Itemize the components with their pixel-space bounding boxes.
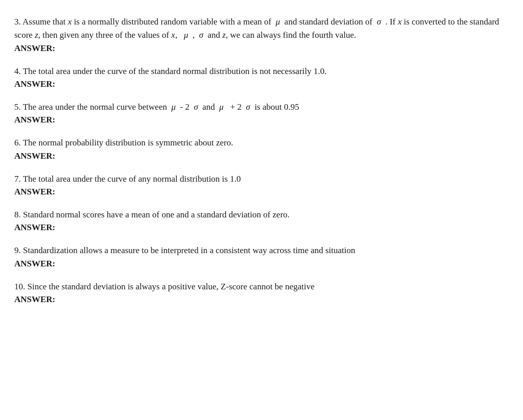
questions-container: 3. Assume that x is a normally distribut… <box>14 15 509 305</box>
question-10-answer: ANSWER: <box>14 294 509 305</box>
question-5-text: 5. The area under the normal curve betwe… <box>14 101 509 114</box>
question-6-text: 6. The normal probability distribution i… <box>14 136 509 150</box>
question-10: 10. Since the standard deviation is alwa… <box>14 280 509 305</box>
question-8: 8. Standard normal scores have a mean of… <box>14 208 509 233</box>
question-10-number: 10. <box>14 282 25 291</box>
question-7-answer: ANSWER: <box>14 187 509 197</box>
question-4-text: 4. The total area under the curve of the… <box>14 65 509 78</box>
question-8-answer: ANSWER: <box>14 223 509 233</box>
question-3: 3. Assume that x is a normally distribut… <box>14 15 509 54</box>
question-4-number: 4. <box>14 66 21 76</box>
question-9-answer: ANSWER: <box>14 259 509 269</box>
question-7-text: 7. The total area under the curve of any… <box>14 172 509 186</box>
question-8-number: 8. <box>14 210 21 219</box>
question-6: 6. The normal probability distribution i… <box>14 136 509 161</box>
question-3-text: 3. Assume that x is a normally distribut… <box>14 15 509 42</box>
question-5-number: 5. <box>14 102 21 112</box>
question-9: 9. Standardization allows a measure to b… <box>14 244 509 268</box>
question-6-answer: ANSWER: <box>14 151 509 161</box>
question-8-text: 8. Standard normal scores have a mean of… <box>14 208 509 221</box>
question-3-number: 3. <box>14 17 21 27</box>
question-5-answer: ANSWER: <box>14 115 509 125</box>
question-3-answer: ANSWER: <box>14 43 509 54</box>
question-9-number: 9. <box>14 245 21 255</box>
question-4: 4. The total area under the curve of the… <box>14 65 509 89</box>
question-7-number: 7. <box>14 174 21 184</box>
question-7: 7. The total area under the curve of any… <box>14 172 509 197</box>
question-5: 5. The area under the normal curve betwe… <box>14 101 509 125</box>
question-6-number: 6. <box>14 138 21 147</box>
question-10-text: 10. Since the standard deviation is alwa… <box>14 280 509 293</box>
question-9-text: 9. Standardization allows a measure to b… <box>14 244 509 257</box>
question-4-answer: ANSWER: <box>14 79 509 89</box>
